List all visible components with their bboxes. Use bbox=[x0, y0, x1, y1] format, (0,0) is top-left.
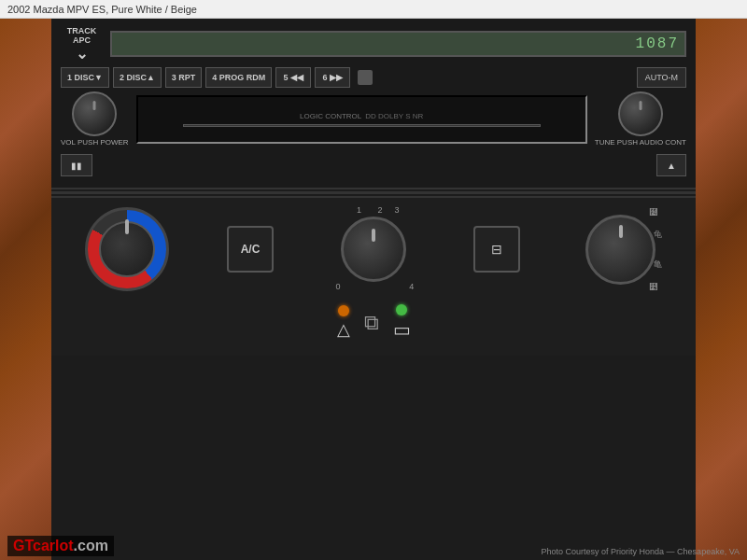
wood-trim-right bbox=[691, 19, 747, 560]
preset-btn-5[interactable]: 5 ◀◀ bbox=[275, 67, 311, 88]
rewind-button[interactable]: ▮▮ bbox=[61, 154, 92, 176]
eject-icon: ▲ bbox=[667, 161, 676, 171]
climate-controls-row: A/C 1 2 3 0 4 ✳ ⊟ bbox=[61, 207, 686, 291]
mode-icon-face: ⻴ bbox=[649, 207, 657, 217]
rear-defrost-icon: ⊟ bbox=[491, 242, 502, 257]
dolby-icon: DD DOLBY S NR bbox=[365, 112, 423, 120]
fan-label-0: 0 bbox=[336, 282, 341, 291]
ac-label: A/C bbox=[241, 243, 261, 256]
apc-label: APC bbox=[73, 35, 91, 45]
preset-1-label: 1 DISC▼ bbox=[67, 73, 103, 82]
fan-label-4: 4 bbox=[409, 282, 414, 291]
rewind-icon: ▮▮ bbox=[71, 161, 82, 171]
mode-dial[interactable] bbox=[585, 215, 655, 285]
auto-m-button[interactable]: AUTO-M bbox=[637, 67, 686, 88]
preset-6-label: 6 ▶▶ bbox=[323, 73, 344, 82]
mode-icon-feet: ⻲ bbox=[654, 259, 662, 271]
rear-window-icon: ▭ bbox=[393, 318, 411, 341]
radio-display: 1087 bbox=[110, 31, 686, 57]
preset-3-label: 3 RPT bbox=[172, 73, 196, 82]
front-defrost-icon: ⧉ bbox=[364, 311, 379, 335]
track-apc-control: TRACK APC ⌄ bbox=[61, 26, 103, 62]
temp-dial-inner bbox=[99, 221, 155, 277]
display-value: 1087 bbox=[636, 35, 679, 52]
fan-speed-dial[interactable] bbox=[341, 217, 406, 282]
tape-slot-opening bbox=[183, 124, 541, 127]
center-panel: TRACK APC ⌄ 1087 1 DISC▼ 2 DISC▲ 3 RPT bbox=[51, 19, 696, 560]
preset-btn-4[interactable]: 4 PROG RDM bbox=[205, 67, 272, 88]
transport-row: ▮▮ ▲ bbox=[61, 150, 686, 180]
hazard-icon: △ bbox=[337, 319, 350, 340]
ac-button[interactable]: A/C bbox=[227, 226, 274, 273]
tune-knob[interactable] bbox=[618, 91, 663, 136]
page-title: 2002 Mazda MPV ES, Pure White / Beige bbox=[7, 4, 197, 15]
tune-knob-area: TUNE PUSH AUDIO CONT bbox=[595, 91, 686, 147]
main-area: TRACK APC ⌄ 1087 1 DISC▼ 2 DISC▲ 3 RPT bbox=[0, 19, 747, 560]
indicator-row: △ ⧉ ▭ bbox=[61, 299, 686, 346]
rear-indicator[interactable]: ▭ bbox=[393, 304, 411, 341]
hazard-indicator[interactable]: △ bbox=[337, 305, 350, 340]
vol-label: VOL PUSH POWER bbox=[61, 138, 129, 147]
mode-icon-rear: ⻵ bbox=[649, 282, 657, 291]
preset-btn-2[interactable]: 2 DISC▲ bbox=[113, 67, 162, 88]
tape-slot: LOGIC CONTROL DD DOLBY S NR bbox=[136, 95, 587, 144]
auto-icon bbox=[358, 70, 373, 85]
climate-section: A/C 1 2 3 0 4 ✳ ⊟ bbox=[51, 196, 696, 356]
section-divider bbox=[51, 191, 696, 194]
volume-knob[interactable] bbox=[72, 91, 117, 136]
volume-knob-area: VOL PUSH POWER bbox=[61, 91, 129, 147]
wood-trim-left bbox=[0, 19, 56, 560]
temperature-dial[interactable] bbox=[85, 207, 169, 291]
preset-5-label: 5 ◀◀ bbox=[284, 73, 304, 82]
front-defrost-indicator[interactable]: ⧉ bbox=[364, 311, 379, 335]
preset-btn-6[interactable]: 6 ▶▶ bbox=[315, 67, 350, 88]
radio-section: TRACK APC ⌄ 1087 1 DISC▼ 2 DISC▲ 3 RPT bbox=[51, 19, 696, 189]
mode-dial-area: ⻴ ⻳ ⻲ ⻵ bbox=[578, 207, 662, 291]
fan-speed-area: 1 2 3 0 4 ✳ bbox=[331, 207, 416, 291]
fan-label-2: 2 bbox=[378, 205, 383, 215]
chevron-down-icon[interactable]: ⌄ bbox=[76, 47, 88, 62]
preset-btn-3[interactable]: 3 RPT bbox=[165, 67, 203, 88]
preset-4-label: 4 PROG RDM bbox=[212, 73, 265, 82]
tape-deck-row: VOL PUSH POWER LOGIC CONTROL DD DOLBY S … bbox=[61, 91, 686, 147]
page-header: 2002 Mazda MPV ES, Pure White / Beige bbox=[0, 0, 747, 19]
logic-control: LOGIC CONTROL DD DOLBY S NR bbox=[300, 112, 423, 120]
mode-icon-body: ⻳ bbox=[654, 229, 662, 241]
rear-defrost-button[interactable]: ⊟ bbox=[473, 226, 520, 273]
radio-top-row: TRACK APC ⌄ 1087 bbox=[61, 26, 686, 62]
preset-btn-1[interactable]: 1 DISC▼ bbox=[61, 67, 109, 88]
fan-label-3: 3 bbox=[395, 205, 400, 215]
tune-label: TUNE PUSH AUDIO CONT bbox=[595, 138, 686, 147]
orange-light bbox=[338, 305, 349, 316]
preset-2-label: 2 DISC▲ bbox=[120, 73, 155, 82]
preset-buttons-row: 1 DISC▼ 2 DISC▲ 3 RPT 4 PROG RDM 5 ◀◀ 6 … bbox=[61, 67, 686, 88]
track-label: TRACK bbox=[67, 26, 97, 35]
eject-button[interactable]: ▲ bbox=[656, 154, 686, 176]
temperature-dial-container bbox=[85, 207, 169, 291]
green-light bbox=[396, 304, 407, 315]
fan-label-1: 1 bbox=[357, 205, 361, 215]
